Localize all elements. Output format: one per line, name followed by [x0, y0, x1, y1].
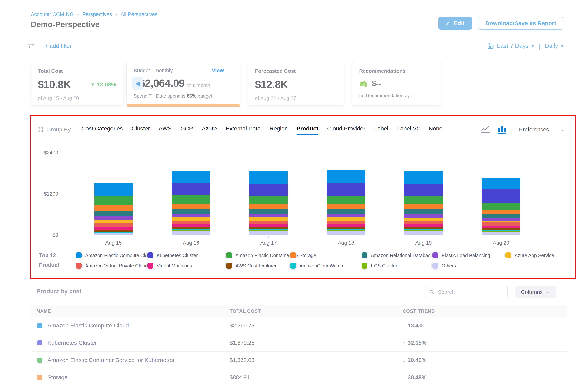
bar-segment[interactable]	[327, 217, 365, 221]
stacked-bar[interactable]	[482, 178, 520, 235]
budget-view-link[interactable]: View	[212, 68, 224, 74]
bar-segment[interactable]	[327, 183, 365, 196]
legend-item[interactable]: Azure App Service	[505, 250, 569, 260]
legend-item[interactable]: Elastic Load Balancing	[432, 250, 505, 260]
legend-item[interactable]: Others	[432, 261, 505, 270]
stacked-bar[interactable]	[249, 172, 288, 235]
bar-segment[interactable]	[404, 196, 443, 204]
table-row[interactable]: Amazon Elastic Container Service for Kub…	[31, 352, 567, 369]
breadcrumb-all-perspectives[interactable]: All Perspectives	[120, 12, 158, 18]
bar-segment[interactable]	[482, 214, 520, 218]
tab-cloud-provider[interactable]: Cloud Provider	[327, 125, 365, 134]
line-chart-icon[interactable]	[480, 125, 490, 134]
tab-aws[interactable]: AWS	[159, 125, 172, 134]
tab-gcp[interactable]: GCP	[180, 125, 193, 134]
download-save-report-button[interactable]: Download/Save as Report	[478, 17, 564, 30]
bar-segment[interactable]	[327, 196, 365, 204]
bar-segment[interactable]	[94, 183, 133, 196]
add-filter-button[interactable]: + add filter	[44, 43, 72, 49]
bar-segment[interactable]	[94, 211, 133, 216]
bar-segment[interactable]	[94, 230, 133, 232]
product-name[interactable]: Amazon Elastic Container Service for Kub…	[48, 357, 174, 363]
bar-segment[interactable]	[327, 170, 365, 183]
bar-segment[interactable]	[172, 171, 210, 183]
bar-chart-icon[interactable]	[497, 125, 507, 134]
legend-item[interactable]: Virtual Machines	[148, 261, 226, 270]
tab-label-v2[interactable]: Label V2	[397, 125, 420, 134]
bar-segment[interactable]	[327, 221, 365, 224]
filter-sliders-icon[interactable]	[27, 42, 35, 50]
bar-segment[interactable]	[94, 216, 133, 220]
bar-segment[interactable]	[249, 214, 288, 217]
tab-none[interactable]: None	[429, 125, 442, 134]
columns-dropdown[interactable]: Columns ⌄	[515, 286, 556, 298]
bar-segment[interactable]	[404, 171, 443, 184]
stacked-bar[interactable]	[327, 170, 365, 235]
tab-cluster[interactable]: Cluster	[132, 125, 150, 134]
bar-segment[interactable]	[482, 203, 520, 210]
bar-segment[interactable]	[94, 220, 133, 224]
bar-segment[interactable]	[327, 214, 365, 217]
bar-segment[interactable]	[249, 209, 288, 214]
bar-segment[interactable]	[172, 183, 210, 196]
bar-segment[interactable]	[172, 221, 210, 224]
bar-segment[interactable]	[404, 218, 443, 221]
legend-item[interactable]: Kubernetes Cluster	[148, 250, 226, 260]
bar-segment[interactable]	[172, 227, 210, 229]
bar-segment[interactable]	[482, 190, 520, 203]
product-name[interactable]: Storage	[48, 374, 68, 381]
tab-region[interactable]: Region	[270, 125, 288, 134]
bar-segment[interactable]	[327, 209, 365, 214]
bar-segment[interactable]	[249, 217, 288, 221]
bar-segment[interactable]	[404, 184, 443, 196]
legend-item[interactable]: Storage	[290, 250, 362, 260]
stacked-bar[interactable]	[404, 171, 443, 235]
product-name[interactable]: Kubernetes Cluster	[48, 340, 97, 346]
bar-segment[interactable]	[172, 231, 210, 235]
table-row[interactable]: Storage$884.91↓38.48%	[31, 369, 567, 386]
bar-segment[interactable]	[404, 224, 443, 227]
bar-segment[interactable]	[172, 204, 210, 209]
tab-label[interactable]: Label	[374, 125, 388, 134]
bar-segment[interactable]	[404, 227, 443, 229]
edit-button[interactable]: Edit	[438, 17, 472, 30]
stacked-bar[interactable]	[94, 183, 133, 235]
bar-segment[interactable]	[94, 226, 133, 230]
bar-segment[interactable]	[482, 232, 520, 235]
bar-segment[interactable]	[404, 209, 443, 214]
product-name[interactable]: Amazon Elastic Compute Cloud	[48, 322, 129, 329]
bar-segment[interactable]	[482, 222, 520, 226]
date-range-dropdown[interactable]: Last 7 Days	[497, 42, 528, 50]
bar-segment[interactable]	[482, 226, 520, 228]
bar-segment[interactable]	[482, 228, 520, 230]
legend-item[interactable]: Amazon Relational Database ...	[362, 250, 432, 260]
bar-segment[interactable]	[327, 224, 365, 227]
bar-segment[interactable]	[172, 217, 210, 221]
bar-segment[interactable]	[482, 221, 520, 222]
bar-segment[interactable]	[94, 196, 133, 205]
stacked-bar[interactable]	[172, 171, 210, 235]
bar-segment[interactable]	[94, 233, 133, 235]
legend-item[interactable]: AWS Cost Explorer	[226, 261, 290, 270]
bar-segment[interactable]	[404, 221, 443, 224]
carousel-prev-button[interactable]: ◀	[132, 77, 143, 90]
bar-segment[interactable]	[249, 196, 288, 204]
bar-segment[interactable]	[404, 204, 443, 209]
breadcrumb-account[interactable]: Account: CCM-NG	[31, 12, 74, 18]
bar-segment[interactable]	[94, 224, 133, 226]
bar-segment[interactable]	[404, 214, 443, 218]
bar-segment[interactable]	[482, 210, 520, 214]
bar-segment[interactable]	[249, 224, 288, 227]
bar-segment[interactable]	[249, 204, 288, 209]
bar-segment[interactable]	[327, 227, 365, 229]
tab-cost-categories[interactable]: Cost Categories	[82, 125, 123, 134]
bar-segment[interactable]	[327, 230, 365, 235]
bar-segment[interactable]	[327, 204, 365, 209]
bar-segment[interactable]	[172, 224, 210, 227]
bar-segment[interactable]	[172, 196, 210, 204]
granularity-dropdown[interactable]: Daily	[545, 42, 558, 50]
legend-item[interactable]: ECS Cluster	[362, 261, 432, 270]
bar-segment[interactable]	[404, 230, 443, 235]
tab-product[interactable]: Product	[296, 125, 318, 134]
bar-segment[interactable]	[249, 221, 288, 224]
